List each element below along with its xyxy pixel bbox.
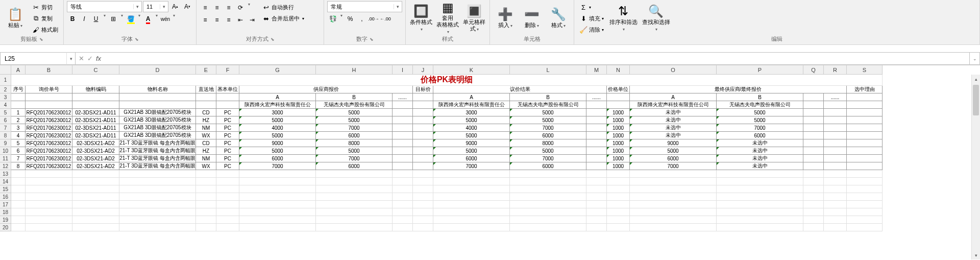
cell[interactable]: 5000 (433, 132, 510, 139)
cell[interactable] (824, 147, 847, 155)
cell[interactable] (847, 170, 883, 178)
cell[interactable]: PC (216, 147, 239, 155)
cell[interactable] (413, 109, 433, 116)
cell[interactable] (717, 224, 803, 231)
cell[interactable]: 价格单位 (607, 86, 630, 93)
cell[interactable] (11, 193, 26, 201)
cell[interactable] (316, 193, 393, 201)
cell[interactable] (630, 216, 717, 224)
cell[interactable] (803, 124, 824, 132)
cell[interactable] (316, 185, 393, 193)
cell[interactable]: 5000 (510, 109, 586, 116)
column-header[interactable]: J (413, 65, 433, 75)
cell[interactable] (586, 216, 607, 224)
cell[interactable] (196, 224, 216, 231)
cell[interactable] (586, 224, 607, 231)
cell[interactable]: PC (216, 116, 239, 124)
cell[interactable] (824, 139, 847, 147)
cell[interactable]: RFQ201706230012 (26, 139, 72, 147)
chevron-down-icon[interactable]: ▾ (137, 13, 142, 25)
cell[interactable] (196, 216, 216, 224)
conditional-format-button[interactable]: 🔲条件格式 (409, 1, 433, 35)
underline-button[interactable]: U (90, 13, 102, 25)
cell[interactable] (216, 170, 239, 178)
cell[interactable]: 1000 (607, 162, 630, 170)
cell[interactable] (26, 185, 72, 193)
cell[interactable] (393, 224, 413, 231)
cell[interactable] (239, 208, 316, 216)
column-header[interactable]: Q (803, 65, 824, 75)
cell[interactable] (196, 185, 216, 193)
column-header[interactable]: G (239, 65, 316, 75)
cell[interactable] (316, 216, 393, 224)
cell[interactable] (510, 193, 586, 201)
cell[interactable]: PC (216, 162, 239, 170)
cell[interactable] (11, 101, 26, 109)
cell[interactable] (847, 93, 883, 101)
cell[interactable] (824, 155, 847, 162)
cell[interactable]: PC (216, 155, 239, 162)
cell[interactable] (717, 193, 803, 201)
cell[interactable]: GX21AB 3D眼镜配20705模块 (119, 116, 196, 124)
cell[interactable]: 6000 (239, 155, 316, 162)
cell[interactable] (216, 224, 239, 231)
cell[interactable]: A (630, 93, 717, 101)
row-header[interactable]: 15 (0, 185, 11, 193)
cell[interactable]: CD (196, 109, 216, 116)
row-header[interactable]: 9 (0, 139, 11, 147)
cell[interactable] (586, 185, 607, 193)
cell[interactable] (119, 170, 196, 178)
chevron-down-icon[interactable]: ▾ (339, 13, 344, 25)
cell[interactable]: 5000 (239, 116, 316, 124)
cell[interactable] (824, 224, 847, 231)
cell[interactable]: ...... (586, 93, 607, 101)
cell[interactable]: 9000 (433, 139, 510, 147)
clear-button[interactable]: 🧹清除▾ (577, 25, 606, 35)
cell[interactable] (803, 201, 824, 208)
row-header[interactable]: 19 (0, 216, 11, 224)
row-header[interactable]: 5 (0, 109, 11, 116)
cell[interactable] (393, 139, 413, 147)
cell[interactable] (586, 101, 607, 109)
cell[interactable] (393, 178, 413, 185)
cell[interactable] (413, 162, 433, 170)
cell[interactable]: 5000 (239, 147, 316, 155)
cell[interactable]: 无锡杰夫电声股份有限公司 (510, 101, 586, 109)
cell[interactable]: ...... (824, 93, 847, 101)
cell[interactable]: 1000 (607, 124, 630, 132)
number-format-combo[interactable]: 常规▾ (327, 1, 402, 12)
cell[interactable] (433, 170, 510, 178)
cell[interactable]: 7000 (316, 155, 393, 162)
cell[interactable] (413, 178, 433, 185)
column-header[interactable]: F (216, 65, 239, 75)
row-header[interactable]: 20 (0, 224, 11, 231)
cell[interactable] (11, 178, 26, 185)
cell[interactable] (607, 178, 630, 185)
cell[interactable] (216, 178, 239, 185)
cell[interactable] (72, 224, 119, 231)
cell[interactable] (847, 216, 883, 224)
cut-button[interactable]: ✂剪切 (30, 2, 60, 12)
cell[interactable] (413, 155, 433, 162)
cell[interactable] (196, 201, 216, 208)
cell[interactable] (72, 185, 119, 193)
row-header[interactable]: 4 (0, 101, 11, 109)
cell[interactable]: PC (216, 132, 239, 139)
cell[interactable]: 陕西烽火宏声科技有限责任公 (239, 101, 316, 109)
cell[interactable] (216, 193, 239, 201)
column-header[interactable]: S (847, 65, 883, 75)
cell[interactable]: RFQ201706230012 (26, 109, 72, 116)
cell[interactable] (824, 178, 847, 185)
vertical-scrollbar[interactable]: ▴ ▾ (971, 75, 980, 259)
cell[interactable]: WX (196, 132, 216, 139)
cell[interactable]: 最终供应商/最终报价 (630, 86, 847, 93)
cell[interactable]: 供应商报价 (239, 86, 413, 93)
percent-button[interactable]: % (345, 13, 356, 25)
cell[interactable]: 陕西烽火宏声科技有限责任公 (433, 101, 510, 109)
select-all-corner[interactable] (0, 65, 11, 75)
cell[interactable] (11, 93, 26, 101)
cell[interactable]: 3 (11, 124, 26, 132)
cell[interactable] (717, 208, 803, 216)
cell[interactable] (26, 170, 72, 178)
cell[interactable] (586, 208, 607, 216)
